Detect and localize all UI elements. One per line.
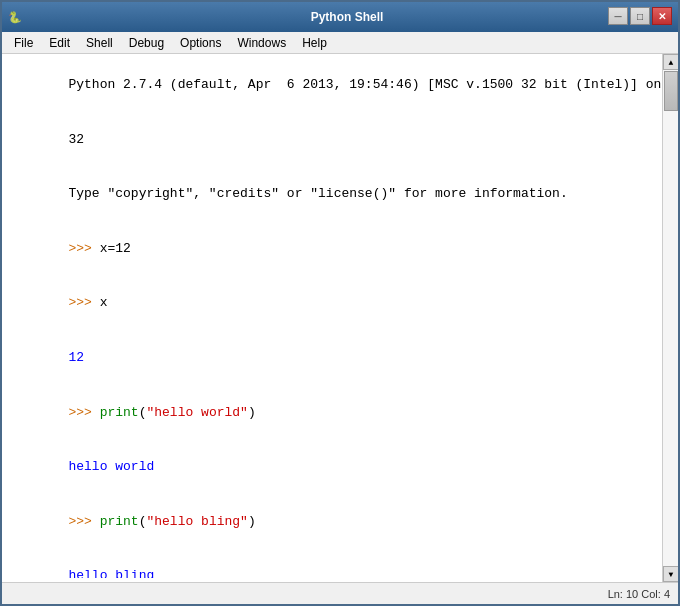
scroll-up-button[interactable]: ▲ — [663, 54, 678, 70]
status-bar: Ln: 10 Col: 4 — [2, 582, 678, 604]
status-text: Ln: 10 Col: 4 — [608, 588, 670, 600]
scroll-down-button[interactable]: ▼ — [663, 566, 678, 582]
shell-content[interactable]: Python 2.7.4 (default, Apr 6 2013, 19:54… — [2, 54, 678, 582]
menu-debug[interactable]: Debug — [121, 34, 172, 52]
minimize-button[interactable]: ─ — [608, 7, 628, 25]
title-bar: 🐍 Python Shell ─ □ ✕ — [2, 2, 678, 32]
shell-line-info2: 32 — [6, 113, 674, 168]
shell-line-info3: Type "copyright", "credits" or "license(… — [6, 167, 674, 222]
menu-options[interactable]: Options — [172, 34, 229, 52]
shell-line-info1: Python 2.7.4 (default, Apr 6 2013, 19:54… — [6, 58, 674, 113]
shell-line-cmd1: >>> x=12 — [6, 222, 674, 277]
maximize-button[interactable]: □ — [630, 7, 650, 25]
menu-bar: File Edit Shell Debug Options Windows He… — [2, 32, 678, 54]
menu-shell[interactable]: Shell — [78, 34, 121, 52]
scroll-track[interactable] — [663, 70, 678, 566]
shell-line-out2: hello world — [6, 440, 674, 495]
shell-line-cmd4: >>> print("hello bling") — [6, 495, 674, 550]
shell-line-cmd2: >>> x — [6, 276, 674, 331]
shell-line-out1: 12 — [6, 331, 674, 386]
menu-file[interactable]: File — [6, 34, 41, 52]
shell-output: Python 2.7.4 (default, Apr 6 2013, 19:54… — [6, 58, 674, 578]
title-bar-icon: 🐍 — [8, 11, 22, 24]
scroll-thumb[interactable] — [664, 71, 678, 111]
python-shell-window: 🐍 Python Shell ─ □ ✕ File Edit Shell Deb… — [0, 0, 680, 606]
title-bar-title: Python Shell — [22, 10, 672, 24]
scrollbar[interactable]: ▲ ▼ — [662, 54, 678, 582]
shell-line-cmd3: >>> print("hello world") — [6, 385, 674, 440]
shell-line-out3: hello bling — [6, 549, 674, 578]
window-controls: ─ □ ✕ — [608, 7, 672, 25]
menu-windows[interactable]: Windows — [229, 34, 294, 52]
menu-help[interactable]: Help — [294, 34, 335, 52]
close-button[interactable]: ✕ — [652, 7, 672, 25]
menu-edit[interactable]: Edit — [41, 34, 78, 52]
